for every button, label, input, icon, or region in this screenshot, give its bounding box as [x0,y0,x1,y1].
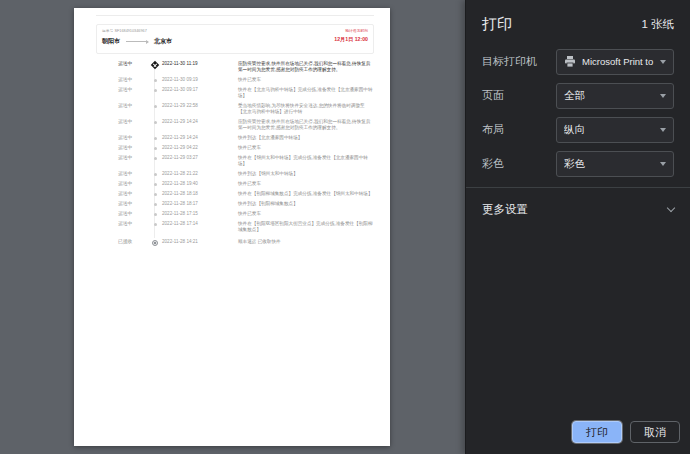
timeline-row: 已揽收 2022-11-28 14:21 顺丰速运 已收取快件 [118,239,373,246]
timeline-time: 2022-11-29 22:58 [162,103,238,109]
timeline-desc: 受当地疫情影响,为尽快将快件安全送达,您的快件将临时调整至【北京马驹桥中转场】进… [238,103,373,115]
pages-value: 全部 [564,89,656,103]
timeline-marker-icon [154,213,157,216]
timeline-marker-icon [154,89,157,92]
eta-value: 12月1日 12:00 [334,36,368,43]
print-preview-area: 运单号 SF1684910346967 预计送达时间 朝阳市 北京市 12月1日… [0,0,465,454]
timeline-row: 运送中 2022-11-28 17:15 快件已发车 [118,211,373,217]
timeline-time: 2022-11-28 18:18 [162,191,238,197]
timeline-marker-icon [154,183,157,186]
timeline-status: 运送中 [118,103,148,109]
preview-page: 运单号 SF1684910346967 预计送达时间 朝阳市 北京市 12月1日… [74,8,390,446]
timeline-marker-icon [154,193,157,196]
shipment-header-card: 运单号 SF1684910346967 预计送达时间 朝阳市 北京市 12月1日… [96,24,374,54]
timeline-status: 运送中 [118,155,148,161]
chevron-down-icon [660,60,666,64]
timeline-desc: 快件到达【锦州太和中转场】 [238,171,373,177]
timeline-desc: 快件到达【朝阳柳城集散点】 [238,201,373,207]
route: 朝阳市 北京市 [102,37,172,46]
destination-select[interactable]: Microsoft Print to PDF [556,49,674,75]
timeline-row: 运送中 2022-11-30 09:19 快件已发车 [118,77,373,83]
timeline-status: 运送中 [118,201,148,207]
timeline-marker-icon [154,137,157,140]
layout-value: 纵向 [564,123,656,137]
timeline-desc: 快件已发车 [238,211,373,217]
timeline-time: 2022-11-28 17:14 [162,221,238,227]
dialog-title: 打印 [482,15,512,34]
timeline-row: 运送中 2022-11-28 18:18 快件在【朝阳柳城集散点】完成分拣,准备… [118,191,373,197]
eta-label: 预计送达时间 [345,28,368,33]
timeline-desc: 快件已发车 [238,145,373,151]
timeline-status: 运送中 [118,87,148,93]
timeline-marker-icon [154,173,157,176]
timeline-status: 运送中 [118,61,148,67]
printer-icon [564,56,576,67]
timeline-desc: 应防疫管控要求,快件所在场地已关停,我们和您一样着急,待恢复后第一时间为您发货,… [238,61,373,73]
timeline-marker-icon [154,147,157,150]
timeline-desc: 顺丰速运 已收取快件 [238,239,373,245]
layout-select[interactable]: 纵向 [556,117,674,143]
cancel-button[interactable]: 取消 [630,421,680,443]
color-value: 彩色 [564,157,656,171]
timeline-time: 2022-11-29 04:22 [162,145,238,151]
timeline-row: 运送中 2022-11-28 18:17 快件到达【朝阳柳城集散点】 [118,201,373,207]
timeline-row: 运送中 2022-11-28 21:22 快件到达【锦州太和中转场】 [118,171,373,177]
timeline-marker-icon [152,240,158,246]
destination-value: Microsoft Print to PDF [582,56,656,67]
timeline-desc: 快件已发车 [238,77,373,83]
timeline-desc: 快件在【朝阳柳城集散点】完成分拣,准备发往【锦州太和中转场】 [238,191,373,197]
timeline-time: 2022-11-30 09:19 [162,77,238,83]
timeline-row: 运送中 2022-11-28 17:14 快件在【朝阳双塔区朝阳大街营业点】完成… [118,221,373,233]
timeline-time: 2022-11-28 19:40 [162,181,238,187]
print-settings-panel: 打印 1 张纸 目标打印机 Microsoft Print to PDF 页面 … [465,0,690,454]
timeline-row: 运送中 2022-11-29 22:58 受当地疫情影响,为尽快将快件安全送达,… [118,103,373,115]
pages-label: 页面 [482,88,504,103]
timeline-status: 运送中 [118,135,148,141]
timeline-marker-icon [154,157,157,160]
timeline-status: 已揽收 [118,239,148,245]
origin-city: 朝阳市 [102,37,120,46]
print-button[interactable]: 打印 [572,421,622,443]
timeline-desc: 快件在【北京马驹桥中转场】完成分拣,准备发往【北京潘家园中转场】 [238,87,373,99]
chevron-down-icon [660,162,666,166]
timeline-status: 运送中 [118,211,148,217]
timeline-status: 运送中 [118,181,148,187]
document-top-divider [96,15,374,16]
timeline-row: 运送中 2022-11-29 14:24 应防疫管控要求,快件所在场地已关停,我… [118,119,373,131]
timeline-marker-icon [154,223,157,226]
timeline-time: 2022-11-29 14:24 [162,119,238,125]
waybill-number: 运单号 SF1684910346967 [102,28,147,33]
timeline-row: 运送中 2022-11-29 14:24 快件到达【北京潘家园中转场】 [118,135,373,141]
timeline-marker-icon [154,121,157,124]
pages-select[interactable]: 全部 [556,83,674,109]
timeline-marker-icon [154,79,157,82]
timeline-time: 2022-11-29 14:24 [162,135,238,141]
timeline-status: 运送中 [118,191,148,197]
chevron-down-icon [667,203,675,211]
timeline-time: 2022-11-30 11:19 [162,61,238,67]
panel-header: 打印 1 张纸 [466,0,690,46]
chevron-down-icon [660,94,666,98]
chevron-down-icon [660,128,666,132]
color-select[interactable]: 彩色 [556,151,674,177]
timeline-status: 运送中 [118,145,148,151]
timeline-time: 2022-11-28 21:22 [162,171,238,177]
timeline-desc: 快件到达【北京潘家园中转场】 [238,135,373,141]
timeline-row: 运送中 2022-11-29 03:27 快件在【锦州太和中转场】完成分拣,准备… [118,155,373,167]
route-arrow-icon [126,41,148,42]
timeline-row: 运送中 2022-11-30 11:19 应防疫管控要求,快件所在场地已关停,我… [118,61,373,73]
timeline-time: 2022-11-28 14:21 [162,239,238,245]
timeline-row: 运送中 2022-11-28 19:40 快件已发车 [118,181,373,187]
timeline: 运送中 2022-11-30 11:19 应防疫管控要求,快件所在场地已关停,我… [118,61,373,250]
timeline-time: 2022-11-29 03:27 [162,155,238,161]
timeline-row: 运送中 2022-11-30 09:17 快件在【北京马驹桥中转场】完成分拣,准… [118,87,373,99]
timeline-desc: 快件已发车 [238,181,373,187]
timeline-marker-icon [151,60,159,68]
destination-label: 目标打印机 [482,54,537,69]
sheet-count: 1 张纸 [641,17,674,32]
timeline-row: 运送中 2022-11-29 04:22 快件已发车 [118,145,373,151]
more-settings-toggle[interactable]: 更多设置 [466,188,690,230]
timeline-desc: 快件在【锦州太和中转场】完成分拣,准备发往【北京潘家园中转场】 [238,155,373,167]
timeline-status: 运送中 [118,171,148,177]
timeline-status: 运送中 [118,221,148,227]
